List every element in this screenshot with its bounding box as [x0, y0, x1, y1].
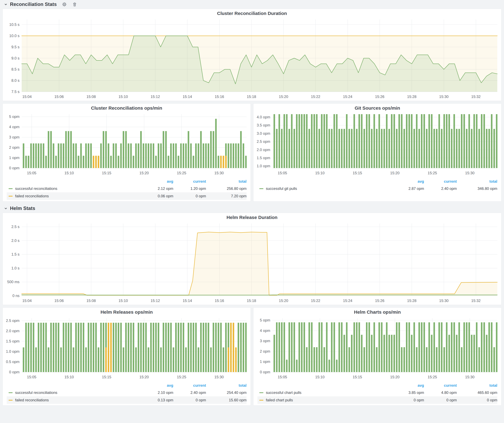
- svg-text:15:26: 15:26: [375, 94, 384, 99]
- chart-cluster-reconciliation-duration[interactable]: 15:0415:0615:0815:1015:1215:1415:1615:18…: [3, 17, 501, 101]
- legend-col-avg[interactable]: avg: [391, 383, 424, 388]
- series-dash-icon: [259, 392, 263, 393]
- legend-col-current[interactable]: current: [424, 179, 457, 184]
- svg-text:15:15: 15:15: [102, 375, 111, 379]
- legend-total-value: 7.20 opm: [206, 194, 246, 198]
- svg-text:0 opm: 0 opm: [260, 370, 270, 374]
- svg-text:15:24: 15:24: [343, 94, 352, 99]
- panel-title-cluster-reconciliation-duration[interactable]: Cluster Reconciliation Duration: [3, 9, 501, 17]
- section-title: Reconciliation Stats: [10, 1, 57, 7]
- svg-text:1.5 s: 1.5 s: [11, 252, 19, 256]
- panel-title-helm-charts-ops[interactable]: Helm Charts ops/min: [253, 308, 501, 316]
- legend-col-total[interactable]: total: [457, 383, 497, 388]
- legend-current-value: 0 opm: [424, 398, 457, 402]
- svg-text:1.5 opm: 1.5 opm: [6, 339, 19, 343]
- panel-title-cluster-reconciliations-ops[interactable]: Cluster Reconciliations ops/min: [3, 104, 251, 112]
- svg-text:10.0 s: 10.0 s: [9, 34, 19, 38]
- legend-row-successful-git-pulls: successful git pulls 2.87 opm 2.40 opm 3…: [258, 185, 497, 192]
- svg-text:15:32: 15:32: [471, 299, 481, 303]
- svg-text:15:04: 15:04: [22, 299, 32, 303]
- svg-text:15:20: 15:20: [139, 375, 149, 379]
- svg-text:9.5 s: 9.5 s: [11, 45, 19, 49]
- chart-helm-releases-ops[interactable]: 15:0515:1015:1515:2015:2515:300 opm0.5 o…: [3, 316, 251, 381]
- svg-text:9.0 s: 9.0 s: [11, 56, 19, 60]
- legend-total-value: 256.80 opm: [206, 186, 246, 191]
- svg-text:15:10: 15:10: [65, 375, 74, 379]
- legend-series-label[interactable]: failed reconciliations: [15, 398, 49, 402]
- svg-text:15:30: 15:30: [215, 171, 224, 175]
- svg-text:1.0 s: 1.0 s: [11, 266, 19, 270]
- legend-total-value: 15.60 opm: [206, 398, 246, 402]
- legend-col-avg[interactable]: avg: [141, 179, 173, 184]
- panel-cluster-reconciliations-ops: Cluster Reconciliations ops/min 15:0515:…: [2, 103, 251, 201]
- chart-helm-charts-ops[interactable]: 15:0515:1015:1515:2015:2515:300 opm1 opm…: [253, 316, 501, 381]
- legend-col-avg[interactable]: avg: [141, 383, 173, 388]
- trash-icon[interactable]: [72, 2, 77, 7]
- panel-title-helm-releases-ops[interactable]: Helm Releases ops/min: [3, 308, 251, 316]
- chart-helm-release-duration[interactable]: 15:0415:0615:0815:1015:1215:1415:1615:18…: [3, 221, 501, 305]
- panel-title-helm-release-duration[interactable]: Helm Release Duration: [3, 213, 501, 221]
- svg-text:3.0 opm: 3.0 opm: [257, 131, 270, 135]
- legend-series-label[interactable]: failed chart pulls: [266, 398, 293, 402]
- legend-helm-charts: avg current total successful chart pulls…: [258, 382, 497, 404]
- svg-text:15:25: 15:25: [428, 171, 437, 175]
- legend-col-avg[interactable]: avg: [391, 179, 424, 184]
- svg-text:2.0 opm: 2.0 opm: [257, 148, 270, 152]
- chart-git-sources-ops[interactable]: 15:0515:1015:1515:2015:2515:301.0 opm1.5…: [253, 112, 501, 177]
- svg-text:4 opm: 4 opm: [9, 125, 19, 129]
- panel-title-git-sources-ops[interactable]: Git Sources ops/min: [253, 104, 501, 112]
- svg-text:15:22: 15:22: [311, 299, 320, 303]
- legend-series-label[interactable]: successful reconciliations: [15, 186, 57, 191]
- svg-text:2.5 s: 2.5 s: [11, 225, 19, 229]
- svg-text:15:28: 15:28: [407, 299, 416, 303]
- legend-col-current[interactable]: current: [173, 383, 206, 388]
- legend-col-total[interactable]: total: [206, 179, 246, 184]
- legend-col-current[interactable]: current: [424, 383, 457, 388]
- grafana-dashboard: Reconciliation Stats Cluster Re: [0, 0, 504, 405]
- svg-text:15:30: 15:30: [465, 171, 474, 175]
- svg-text:2.0 s: 2.0 s: [11, 238, 19, 243]
- svg-text:15:20: 15:20: [279, 94, 288, 99]
- svg-text:15:12: 15:12: [150, 299, 160, 303]
- svg-text:2.5 opm: 2.5 opm: [6, 318, 19, 323]
- svg-text:15:15: 15:15: [353, 375, 362, 379]
- legend-series-label[interactable]: successful chart pulls: [266, 390, 301, 395]
- legend-series-label[interactable]: failed reconciliations: [15, 194, 49, 198]
- svg-text:2.5 opm: 2.5 opm: [257, 139, 270, 144]
- legend-series-label[interactable]: successful git pulls: [266, 186, 297, 191]
- svg-text:15:10: 15:10: [315, 171, 325, 175]
- legend-total-value: 465.60 opm: [457, 390, 497, 395]
- legend-series-label[interactable]: successful reconciliations: [15, 390, 57, 395]
- svg-text:15:25: 15:25: [177, 375, 186, 379]
- legend-avg-value: 2.10 opm: [141, 390, 173, 395]
- svg-text:5 opm: 5 opm: [9, 114, 19, 119]
- legend-col-total[interactable]: total: [457, 179, 497, 184]
- svg-text:1 opm: 1 opm: [260, 359, 270, 364]
- chart-cluster-reconciliations-ops[interactable]: 15:0515:1015:1515:2015:2515:300 opm1 opm…: [3, 112, 251, 177]
- gear-icon[interactable]: [62, 2, 67, 7]
- svg-text:1.5 opm: 1.5 opm: [257, 156, 270, 160]
- series-dash-icon: [259, 400, 263, 400]
- legend-row-successful-reconciliations: successful reconciliations 2.12 opm 1.20…: [7, 185, 246, 192]
- svg-text:15:14: 15:14: [183, 299, 192, 303]
- legend-avg-value: 2.12 opm: [141, 186, 173, 191]
- svg-text:10.5 s: 10.5 s: [9, 23, 19, 27]
- svg-text:15:16: 15:16: [215, 94, 224, 99]
- panel-git-sources-ops: Git Sources ops/min 15:0515:1015:1515:20…: [253, 103, 502, 201]
- svg-text:2 opm: 2 opm: [9, 145, 19, 150]
- svg-text:15:05: 15:05: [27, 375, 36, 379]
- series-dash-icon: [9, 188, 13, 189]
- legend-row-successful-reconciliations: successful reconciliations 2.10 opm 2.40…: [7, 389, 246, 396]
- section-header-helm-stats[interactable]: Helm Stats: [2, 204, 502, 213]
- svg-text:15:28: 15:28: [407, 94, 416, 99]
- legend-col-current[interactable]: current: [173, 179, 206, 184]
- svg-text:15:26: 15:26: [375, 299, 384, 303]
- legend-avg-value: 3.85 opm: [391, 390, 424, 395]
- legend-col-total[interactable]: total: [206, 383, 246, 388]
- legend-cluster-reconciliations: avg current total successful reconciliat…: [7, 178, 246, 200]
- svg-text:4 opm: 4 opm: [260, 329, 270, 333]
- legend-total-value: 254.40 opm: [206, 390, 246, 395]
- panel-helm-charts-ops: Helm Charts ops/min 15:0515:1015:1515:20…: [253, 307, 502, 405]
- section-header-reconciliation-stats[interactable]: Reconciliation Stats: [2, 0, 502, 9]
- svg-text:15:10: 15:10: [119, 94, 128, 99]
